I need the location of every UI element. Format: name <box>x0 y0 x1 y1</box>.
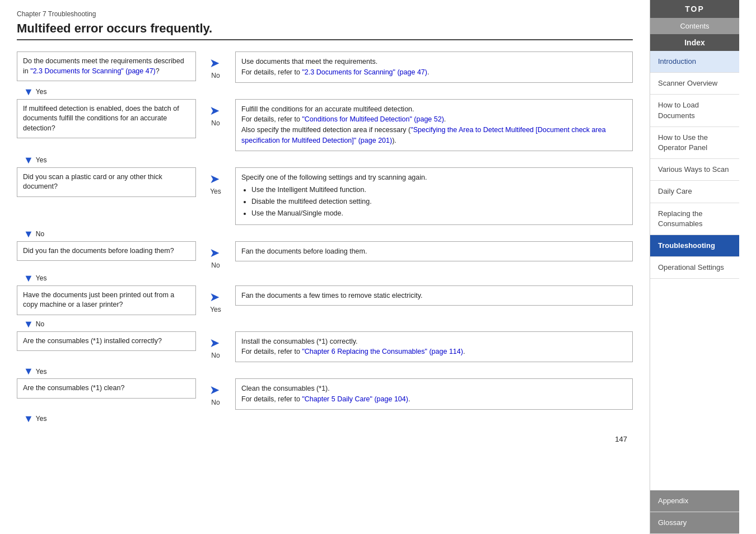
sidebar-item-various-ways[interactable]: Various Ways to Scan <box>650 159 739 181</box>
arrow-right-1: ➤ <box>209 56 220 71</box>
no-label-2: No <box>211 119 220 127</box>
arrow-right-2: ➤ <box>209 104 220 118</box>
sidebar-item-introduction[interactable]: Introduction <box>650 51 739 73</box>
yes-label-7: Yes <box>36 415 47 423</box>
flow-left-6: Are the consumables (*1) installed corre… <box>17 331 196 352</box>
flow-middle-7: ➤ No <box>196 378 235 406</box>
flow-left-2: If multifeed detection is enabled, does … <box>17 99 196 139</box>
flow-left-3: Did you scan a plastic card or any other… <box>17 167 196 197</box>
connector-5: ▼ No <box>24 318 633 330</box>
flow-middle-6: ➤ No <box>196 331 235 359</box>
sidebar-index[interactable]: Index <box>650 34 739 51</box>
flow-row-7: Are the consumables (*1) clean? ➤ No Cle… <box>17 378 633 410</box>
question-box-5: Have the documents just been printed out… <box>17 285 196 315</box>
answer-box-1: Use documents that meet the requirements… <box>235 51 633 83</box>
sidebar-item-appendix[interactable]: Appendix <box>650 490 739 512</box>
flowchart: Do the documents meet the requirements d… <box>17 51 633 426</box>
sidebar-item-troubleshooting[interactable]: Troubleshooting <box>650 235 739 257</box>
sidebar-item-glossary[interactable]: Glossary <box>650 512 739 534</box>
flow-right-3: Specify one of the following settings an… <box>235 167 633 225</box>
main-content: Chapter 7 Troubleshooting Multifeed erro… <box>0 0 650 534</box>
ans-link-2a[interactable]: "Conditions for Multifeed Detection" (pa… <box>302 115 444 123</box>
flow-right-5: Fan the documents a few times to remove … <box>235 285 633 306</box>
flow-row-2: If multifeed detection is enabled, does … <box>17 99 633 151</box>
connector-7: ▼ Yes <box>24 413 633 425</box>
arrow-right-6: ➤ <box>209 336 220 350</box>
sidebar-item-replacing-consumables[interactable]: Replacing the Consumables <box>650 203 739 235</box>
sidebar: TOP Contents Index Introduction Scanner … <box>650 0 739 534</box>
flow-middle-4: ➤ No <box>196 241 235 269</box>
ans-link-6[interactable]: "Chapter 6 Replacing the Consumables" (p… <box>302 348 463 355</box>
arrow-right-7: ➤ <box>209 383 220 397</box>
no-label-7: No <box>211 399 220 406</box>
answer-box-7: Clean the consumables (*1). For details,… <box>235 378 633 410</box>
question-box-1: Do the documents meet the requirements d… <box>17 51 196 81</box>
no-label-4: No <box>211 261 220 269</box>
sidebar-item-scanner-overview[interactable]: Scanner Overview <box>650 73 739 95</box>
answer-box-6: Install the consumables (*1) correctly. … <box>235 331 633 363</box>
flow-right-1: Use documents that meet the requirements… <box>235 51 633 83</box>
page-number: 147 <box>17 435 633 443</box>
flow-row-5: Have the documents just been printed out… <box>17 285 633 315</box>
flow-middle-2: ➤ No <box>196 99 235 127</box>
answer-box-4: Fan the documents before loading them. <box>235 241 633 262</box>
question-box-4: Did you fan the documents before loading… <box>17 241 196 261</box>
flow-middle-3: ➤ Yes <box>196 167 235 195</box>
flow-row-3: Did you scan a plastic card or any other… <box>17 167 633 225</box>
sidebar-item-daily-care[interactable]: Daily Care <box>650 181 739 203</box>
no-label-5: No <box>36 320 44 328</box>
no-label-3: No <box>36 230 44 238</box>
connector-1: ▼ Yes <box>24 86 633 98</box>
arrow-right-5: ➤ <box>209 290 220 305</box>
chapter-label: Chapter 7 Troubleshooting <box>17 10 633 18</box>
flow-middle-1: ➤ No <box>196 51 235 79</box>
answer-box-2: Fulfill the conditions for an accurate m… <box>235 99 633 151</box>
sidebar-item-how-to-load[interactable]: How to Load Documents <box>650 95 739 127</box>
flow-right-6: Install the consumables (*1) correctly. … <box>235 331 633 363</box>
down-arrow-6: ▼ <box>24 366 34 377</box>
sidebar-item-operational-settings[interactable]: Operational Settings <box>650 257 739 279</box>
flow-left-5: Have the documents just been printed out… <box>17 285 196 315</box>
no-label-1: No <box>211 72 220 79</box>
flow-middle-5: ➤ Yes <box>196 285 235 313</box>
ans-link-2b[interactable]: "Specifying the Area to Detect Multifeed… <box>241 126 606 144</box>
bullet-3-3: Use the Manual/Single mode. <box>251 208 627 219</box>
flow-row-4: Did you fan the documents before loading… <box>17 241 633 269</box>
answer-box-5: Fan the documents a few times to remove … <box>235 285 633 306</box>
flow-right-7: Clean the consumables (*1). For details,… <box>235 378 633 410</box>
question-box-7: Are the consumables (*1) clean? <box>17 378 196 399</box>
flow-row-6: Are the consumables (*1) installed corre… <box>17 331 633 363</box>
ans-link-7[interactable]: "Chapter 5 Daily Care" (page 104) <box>302 395 408 403</box>
bullet-list-3: Use the Intelligent Multifeed function. … <box>241 185 627 218</box>
down-arrow-3: ▼ <box>24 228 34 240</box>
down-arrow-2: ▼ <box>24 154 34 166</box>
question-box-2: If multifeed detection is enabled, does … <box>17 99 196 139</box>
sidebar-item-operator-panel[interactable]: How to Use the Operator Panel <box>650 127 739 159</box>
flow-left-7: Are the consumables (*1) clean? <box>17 378 196 399</box>
yes-label-6: Yes <box>36 368 47 376</box>
yes-label-3m: Yes <box>210 188 221 195</box>
answer-box-3: Specify one of the following settings an… <box>235 167 633 225</box>
flow-left-4: Did you fan the documents before loading… <box>17 241 196 261</box>
no-label-6: No <box>211 352 220 359</box>
flow-right-2: Fulfill the conditions for an accurate m… <box>235 99 633 151</box>
yes-label-4: Yes <box>36 274 47 282</box>
down-arrow-7: ▼ <box>24 413 34 425</box>
bullet-3-1: Use the Intelligent Multifeed function. <box>251 185 627 195</box>
down-arrow-5: ▼ <box>24 318 34 330</box>
question-box-6: Are the consumables (*1) installed corre… <box>17 331 196 352</box>
arrow-right-4: ➤ <box>209 246 220 260</box>
flow-left-1: Do the documents meet the requirements d… <box>17 51 196 81</box>
link-1[interactable]: "2.3 Documents for Scanning" (page 47) <box>30 67 156 75</box>
connector-2: ▼ Yes <box>24 154 633 166</box>
sidebar-contents[interactable]: Contents <box>650 18 739 34</box>
sidebar-top[interactable]: TOP <box>650 0 739 18</box>
flow-row-1: Do the documents meet the requirements d… <box>17 51 633 83</box>
connector-3: ▼ No <box>24 228 633 240</box>
connector-6: ▼ Yes <box>24 366 633 377</box>
down-arrow-4: ▼ <box>24 273 34 284</box>
question-box-3: Did you scan a plastic card or any other… <box>17 167 196 197</box>
ans-link-1[interactable]: "2.3 Documents for Scanning" (page 47) <box>302 68 427 76</box>
yes-label-2: Yes <box>36 156 47 164</box>
yes-label-1: Yes <box>36 88 47 96</box>
